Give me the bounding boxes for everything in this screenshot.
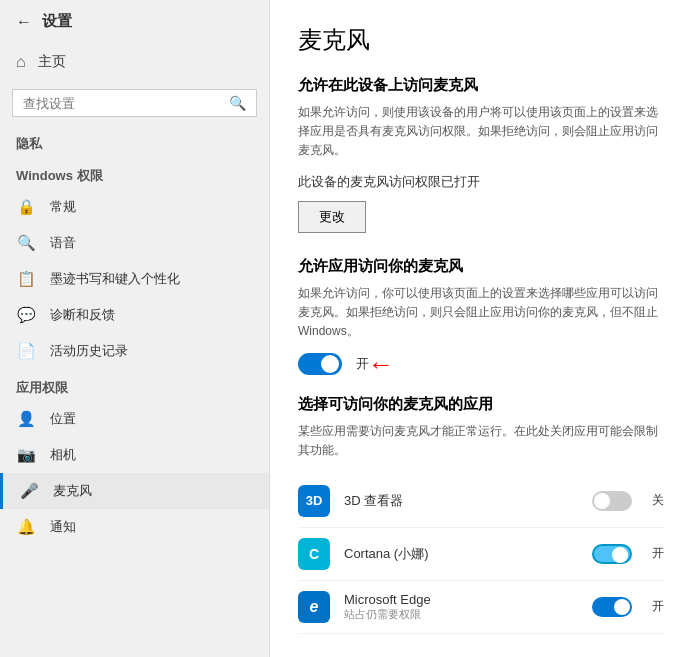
nav-label-diagnosis: 诊断和反馈 <box>50 306 115 324</box>
privacy-section-label: 隐私 <box>0 125 269 157</box>
location-icon: 👤 <box>16 410 36 428</box>
main-content: 麦克风 允许在此设备上访问麦克风 如果允许访问，则使用该设备的用户将可以使用该页… <box>270 0 692 657</box>
app-access-title: 允许应用访问你的麦克风 <box>298 257 664 276</box>
page-title: 麦克风 <box>298 24 664 56</box>
app-item-edge: e Microsoft Edge 站占仍需要权限 开 <box>298 581 664 634</box>
app-icon-3d: 3D <box>298 485 330 517</box>
notification-icon: 🔔 <box>16 518 36 536</box>
device-access-desc: 如果允许访问，则使用该设备的用户将可以使用该页面上的设置来选择应用是否具有麦克风… <box>298 103 664 161</box>
app-toggle-label-edge: 开 <box>652 598 664 615</box>
toggle-knob-cortana <box>612 547 628 563</box>
red-arrow-toggle: ← <box>368 349 394 380</box>
microphone-icon: 🎤 <box>19 482 39 500</box>
sidebar-header: ← 设置 <box>0 0 269 43</box>
app-permissions-label: 应用权限 <box>0 369 269 401</box>
search-box[interactable]: 🔍 <box>12 89 257 117</box>
app-toggle-cortana[interactable] <box>592 544 632 564</box>
nav-label-voice: 语音 <box>50 234 76 252</box>
sidebar-item-voice[interactable]: 🔍 语音 <box>0 225 269 261</box>
nav-label-activity: 活动历史记录 <box>50 342 128 360</box>
toggle-knob <box>321 355 339 373</box>
app-access-desc: 如果允许访问，你可以使用该页面上的设置来选择哪些应用可以访问麦克风。如果拒绝访问… <box>298 284 664 342</box>
app-list-desc: 某些应用需要访问麦克风才能正常运行。在此处关闭应用可能会限制其功能。 <box>298 422 664 460</box>
nav-label-camera: 相机 <box>50 446 76 464</box>
app-name-cortana: Cortana (小娜) <box>344 545 578 563</box>
back-button[interactable]: ← <box>16 13 32 31</box>
device-access-section: 允许在此设备上访问麦克风 如果允许访问，则使用该设备的用户将可以使用该页面上的设… <box>298 76 664 257</box>
device-access-title: 允许在此设备上访问麦克风 <box>298 76 664 95</box>
device-access-status: 此设备的麦克风访问权限已打开 <box>298 173 664 191</box>
app-name-edge: Microsoft Edge <box>344 592 578 607</box>
app-list-section: 选择可访问你的麦克风的应用 某些应用需要访问麦克风才能正常运行。在此处关闭应用可… <box>298 395 664 633</box>
sidebar-item-activity[interactable]: 📄 活动历史记录 <box>0 333 269 369</box>
app-icon-edge: e <box>298 591 330 623</box>
app-sub-edge: 站占仍需要权限 <box>344 607 578 622</box>
app-access-section: 允许应用访问你的麦克风 如果允许访问，你可以使用该页面上的设置来选择哪些应用可以… <box>298 257 664 376</box>
nav-label-microphone: 麦克风 <box>53 482 92 500</box>
app-list-title: 选择可访问你的麦克风的应用 <box>298 395 664 414</box>
sidebar-item-camera[interactable]: 📷 相机 → <box>0 437 269 473</box>
voice-icon: 🔍 <box>16 234 36 252</box>
sidebar-item-microphone[interactable]: 🎤 麦克风 <box>0 473 269 509</box>
search-input[interactable] <box>23 96 221 111</box>
camera-icon: 📷 <box>16 446 36 464</box>
diagnosis-icon: 💬 <box>16 306 36 324</box>
nav-label-notification: 通知 <box>50 518 76 536</box>
nav-label-location: 位置 <box>50 410 76 428</box>
home-label: 主页 <box>38 53 66 71</box>
activity-icon: 📄 <box>16 342 36 360</box>
app-toggle-label-cortana: 开 <box>652 545 664 562</box>
toggle-knob-edge <box>614 599 630 615</box>
search-icon: 🔍 <box>229 95 246 111</box>
app-info-3d: 3D 查看器 <box>344 492 578 510</box>
nav-label-normal: 常规 <box>50 198 76 216</box>
app-item-cortana: C Cortana (小娜) 开 <box>298 528 664 581</box>
sidebar: ← 设置 ⌂ 主页 🔍 隐私 Windows 权限 🔒 常规 🔍 语音 📋 墨迹… <box>0 0 270 657</box>
app-toggle-label-3d: 关 <box>652 492 664 509</box>
sidebar-item-handwriting[interactable]: 📋 墨迹书写和键入个性化 <box>0 261 269 297</box>
nav-label-handwriting: 墨迹书写和键入个性化 <box>50 270 180 288</box>
windows-permissions-label: Windows 权限 <box>0 157 269 189</box>
app-item-3d: 3D 3D 查看器 关 <box>298 475 664 528</box>
home-nav-item[interactable]: ⌂ 主页 <box>0 43 269 81</box>
app-toggle-3d[interactable] <box>592 491 632 511</box>
app-icon-cortana: C <box>298 538 330 570</box>
home-icon: ⌂ <box>16 53 26 71</box>
app-info-edge: Microsoft Edge 站占仍需要权限 <box>344 592 578 622</box>
app-info-cortana: Cortana (小娜) <box>344 545 578 563</box>
app-name-3d: 3D 查看器 <box>344 492 578 510</box>
sidebar-item-normal[interactable]: 🔒 常规 <box>0 189 269 225</box>
change-button[interactable]: 更改 <box>298 201 366 233</box>
handwriting-icon: 📋 <box>16 270 36 288</box>
toggle-knob-3d <box>594 493 610 509</box>
app-access-toggle-label: 开 <box>356 355 369 373</box>
sidebar-item-location[interactable]: 👤 位置 <box>0 401 269 437</box>
app-access-toggle[interactable] <box>298 353 342 375</box>
sidebar-title: 设置 <box>42 12 72 31</box>
lock-icon: 🔒 <box>16 198 36 216</box>
sidebar-item-diagnosis[interactable]: 💬 诊断和反馈 <box>0 297 269 333</box>
sidebar-item-notification[interactable]: 🔔 通知 <box>0 509 269 545</box>
app-access-toggle-row: 开 ← <box>298 353 664 375</box>
app-toggle-edge[interactable] <box>592 597 632 617</box>
